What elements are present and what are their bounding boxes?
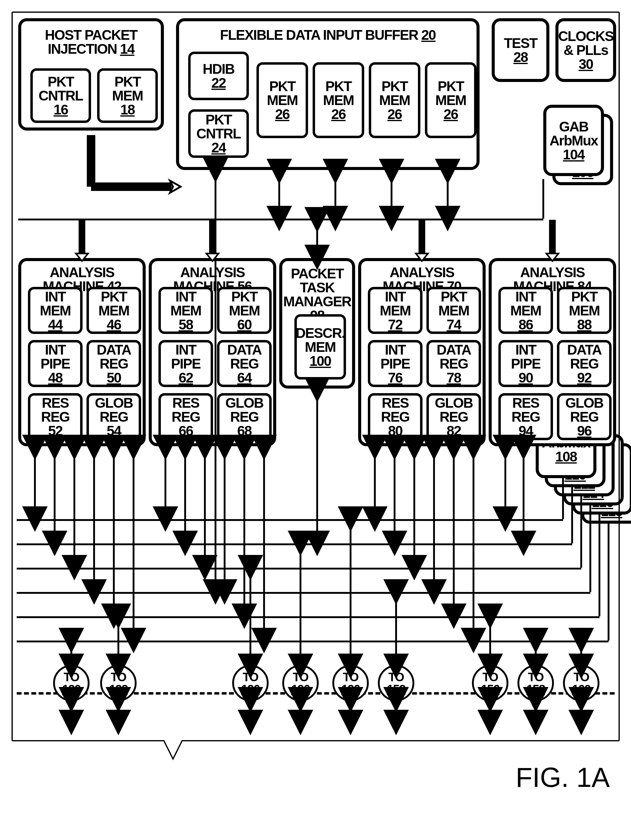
offpage-158: TO158 (517, 665, 554, 701)
am84-int-pipe: INT PIPE90 (498, 340, 553, 387)
am42-res-reg: RES REG52 (28, 393, 82, 440)
am84-pkt-mem: PKT MEM88 (557, 287, 612, 334)
am84-data-reg: DATA REG92 (557, 340, 612, 387)
test-block: TEST28 (492, 18, 549, 82)
host-packet-injection-block: HOST PACKET INJECTION 14 PKT CNTRL16 PKT… (18, 18, 164, 131)
am84-int-mem: INT MEM86 (498, 287, 553, 334)
svg-marker-2 (170, 181, 181, 193)
am84-res-reg: RES REG94 (498, 393, 553, 440)
am56-data-reg: DATA REG64 (217, 340, 271, 387)
fdib-block: FLEXIBLE DATA INPUT BUFFER 20 HDIB22 PKT… (176, 18, 480, 170)
am70-int-mem: INT MEM72 (368, 287, 423, 334)
analysis-machine-84: ANALYSIS MACHINE 84 INT MEM86 PKT MEM88 … (489, 258, 616, 446)
bus-6 (17, 641, 609, 643)
pkt-mem-26-4: PKT MEM26 (425, 62, 476, 138)
analysis-machine-56: ANALYSIS MACHINE 56 INT MEM58 PKT MEM60 … (149, 258, 276, 446)
am56-pkt-mem: PKT MEM60 (217, 287, 271, 334)
bus-3 (17, 568, 581, 570)
offpage-120: TO120 (53, 665, 90, 701)
pkt-cntrl-24: PKT CNTRL24 (188, 109, 249, 158)
offpage-152: TO152 (378, 665, 414, 701)
packet-task-manager: PACKET TASKMANAGER 98 DESCR.MEM100 (279, 258, 355, 388)
analysis-machine-42: ANALYSIS MACHINE 42 INT MEM44 PKT MEM46 … (18, 258, 146, 446)
pkt-mem-26-2: PKT MEM26 (312, 62, 364, 138)
pkt-mem-18: PKT MEM18 (97, 68, 158, 123)
am42-pkt-mem: PKT MEM46 (87, 287, 141, 334)
fdib-title: FLEXIBLE DATA INPUT BUFFER 20 (179, 28, 476, 42)
host-inj-title: HOST PACKET INJECTION 14 (21, 28, 161, 56)
bus-5 (17, 616, 599, 618)
pkt-mem-26-3: PKT MEM26 (369, 62, 420, 138)
bus-4 (17, 592, 590, 594)
pkt-cntrl-16: PKT CNTRL16 (30, 68, 91, 123)
am70-int-pipe: INT PIPE76 (368, 340, 423, 387)
am56-res-reg: RES REG66 (158, 393, 213, 440)
pkt-mem-26-1: PKT MEM26 (257, 62, 308, 138)
figure-label: FIG. 1A (516, 762, 610, 793)
offpage-126c: TO126 (332, 665, 369, 701)
bus-2 (17, 543, 572, 545)
clocks-block: CLOCKS& PLLs30 (555, 18, 616, 82)
am70-glob-reg: GLOB REG82 (426, 393, 481, 440)
offpage-126b: TO126 (282, 665, 319, 701)
am84-glob-reg: GLOB REG96 (557, 393, 612, 440)
am70-data-reg: DATA REG78 (426, 340, 481, 387)
am56-int-pipe: INT PIPE62 (158, 340, 213, 387)
am70-res-reg: RES REG80 (368, 393, 423, 440)
am56-int-mem: INT MEM58 (158, 287, 213, 334)
am42-int-mem: INT MEM44 (28, 287, 82, 334)
diagram-page: HOST PACKET INJECTION 14 PKT CNTRL16 PKT… (0, 0, 631, 840)
am42-int-pipe: INT PIPE48 (28, 340, 82, 387)
bus-1 (17, 519, 563, 521)
offpage-122: TO122 (100, 665, 137, 701)
hdib-22: HDIB22 (188, 52, 249, 100)
am70-pkt-mem: PKT MEM74 (426, 287, 481, 334)
am56-glob-reg: GLOB REG68 (217, 393, 271, 440)
offpage-160: TO160 (563, 665, 599, 701)
analysis-machine-70: ANALYSIS MACHINE 70 INT MEM72 PKT MEM74 … (358, 258, 486, 446)
descr-mem-100: DESCR.MEM100 (294, 314, 346, 379)
offpage-126a: TO126 (232, 665, 268, 701)
gab-104: GABArbMux104 (543, 105, 604, 176)
offpage-156: TO156 (472, 665, 508, 701)
bus-upper (18, 219, 543, 220)
am42-glob-reg: GLOB REG54 (87, 393, 141, 440)
am42-data-reg: DATA REG50 (87, 340, 141, 387)
